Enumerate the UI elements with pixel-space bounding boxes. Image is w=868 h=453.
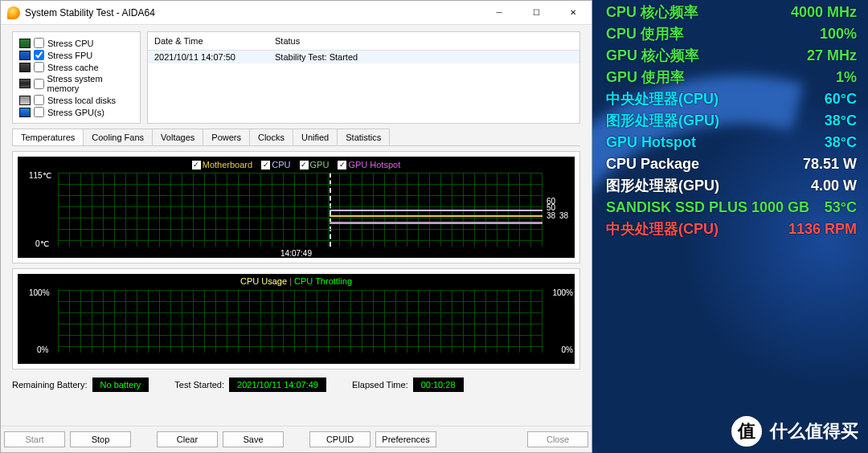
overlay-row: 中央处理器(CPU)60°C (595, 88, 868, 110)
stress-disks-option: Stress local disks (19, 94, 133, 106)
stress-fpu-option: Stress FPU (19, 49, 133, 61)
log-panel: Date & Time Status 2021/10/11 14:07:50 S… (147, 31, 580, 124)
minimize-button[interactable]: ─ (481, 1, 518, 24)
tab-temperatures[interactable]: Temperatures (12, 129, 84, 145)
stress-memory-checkbox[interactable] (34, 79, 44, 89)
overlay-value: 4000 MHz (791, 2, 857, 22)
overlay-label: GPU Hotspot (606, 133, 696, 153)
close-panel-button[interactable]: Close (527, 431, 588, 447)
app-icon (7, 6, 20, 19)
overlay-value: 38°C (825, 133, 857, 153)
aida64-window: System Stability Test - AIDA64 ─ ☐ ✕ Str… (0, 0, 592, 453)
overlay-value: 100% (820, 24, 857, 44)
overlay-row: GPU 核心频率27 MHz (595, 45, 868, 67)
overlay-row: 图形处理器(GPU)4.00 W (595, 175, 868, 197)
overlay-label: 图形处理器(GPU) (606, 111, 719, 131)
stress-cpu-checkbox[interactable] (34, 38, 44, 48)
tab-clocks[interactable]: Clocks (249, 129, 293, 145)
save-button[interactable]: Save (223, 431, 284, 447)
overlay-label: SANDISK SSD PLUS 1000 GB (606, 198, 809, 218)
overlay-value: 38°C (825, 111, 857, 131)
watermark-text: 什么值得买 (770, 419, 858, 443)
temperature-graph: ✓Motherboard ✓CPU ✓GPU ✓GPU Hotspot 115℃… (18, 157, 575, 258)
overlay-row: CPU Package78.51 W (595, 153, 868, 175)
close-button[interactable]: ✕ (555, 1, 592, 24)
overlay-row: CPU 核心频率4000 MHz (595, 2, 868, 23)
overlay-label: 中央处理器(CPU) (606, 89, 719, 109)
overlay-value: 1136 RPM (788, 219, 857, 239)
stress-gpu-checkbox[interactable] (34, 107, 44, 117)
stress-gpu-option: Stress GPU(s) (19, 106, 133, 118)
window-title: System Stability Test - AIDA64 (25, 7, 481, 18)
overlay-value: 60°C (825, 89, 857, 109)
tab-cooling-fans[interactable]: Cooling Fans (83, 129, 153, 145)
overlay-value: 1% (836, 67, 857, 88)
watermark: 值 什么值得买 (731, 416, 858, 447)
tab-statistics[interactable]: Statistics (337, 129, 390, 145)
overlay-value: 4.00 W (811, 176, 857, 196)
preferences-button[interactable]: Preferences (375, 431, 436, 447)
tab-voltages[interactable]: Voltages (152, 129, 203, 145)
maximize-button[interactable]: ☐ (518, 1, 555, 24)
overlay-row: SANDISK SSD PLUS 1000 GB53°C (595, 197, 868, 218)
stress-disks-checkbox[interactable] (34, 95, 44, 105)
overlay-row: 图形处理器(GPU)38°C (595, 110, 868, 132)
battery-status: No battery (92, 378, 149, 392)
overlay-value: 78.51 W (803, 154, 857, 174)
stress-cache-option: Stress cache (19, 61, 133, 73)
log-row[interactable]: 2021/10/11 14:07:50 Stability Test: Star… (148, 51, 579, 63)
checkbox-icon[interactable]: ✓ (192, 161, 201, 169)
button-bar: Start Stop Clear Save CPUID Preferences … (1, 426, 592, 452)
fpu-icon (19, 51, 31, 60)
overlay-label: CPU 使用率 (606, 24, 684, 44)
overlay-label: CPU 核心频率 (606, 2, 698, 22)
temp-legend: ✓Motherboard ✓CPU ✓GPU ✓GPU Hotspot (18, 159, 575, 169)
usage-graph: CPU Usage | CPU Throttling 100% 0% 100% … (18, 274, 575, 364)
cpu-icon (19, 39, 31, 48)
titlebar[interactable]: System Stability Test - AIDA64 ─ ☐ ✕ (1, 1, 592, 25)
overlay-row: GPU 使用率1% (595, 67, 868, 88)
cache-icon (19, 63, 31, 72)
tab-powers[interactable]: Powers (203, 129, 250, 145)
overlay-label: 中央处理器(CPU) (606, 219, 719, 239)
stop-button[interactable]: Stop (70, 431, 131, 447)
checkbox-icon[interactable]: ✓ (338, 161, 346, 169)
cpuid-button[interactable]: CPUID (309, 431, 371, 447)
start-button[interactable]: Start (4, 431, 65, 447)
overlay-row: CPU 使用率100% (595, 23, 868, 45)
tab-unified[interactable]: Unified (293, 129, 338, 145)
elapsed-time: 00:10:28 (413, 378, 464, 392)
overlay-row: GPU Hotspot38°C (595, 132, 868, 153)
overlay-row: 中央处理器(CPU)1136 RPM (595, 218, 868, 240)
disk-icon (19, 96, 31, 105)
log-header-status[interactable]: Status (268, 32, 306, 50)
checkbox-icon[interactable]: ✓ (300, 161, 309, 169)
overlay-value: 27 MHz (807, 46, 857, 66)
log-header-datetime[interactable]: Date & Time (148, 32, 268, 50)
stress-fpu-checkbox[interactable] (34, 50, 44, 60)
graph-tabs: Temperatures Cooling Fans Voltages Power… (12, 129, 580, 146)
memory-icon (19, 79, 31, 88)
usage-legend: CPU Usage | CPU Throttling (18, 276, 575, 286)
overlay-label: GPU 核心频率 (606, 46, 699, 66)
overlay-label: CPU Package (606, 154, 699, 174)
sensor-overlay: CPU 核心频率4000 MHzCPU 使用率100%GPU 核心频率27 MH… (595, 0, 868, 242)
status-bar: Remaining Battery: No battery Test Start… (12, 374, 580, 395)
stress-options-panel: Stress CPU Stress FPU Stress cache Stres… (12, 31, 141, 124)
overlay-label: GPU 使用率 (606, 67, 685, 88)
checkbox-icon[interactable]: ✓ (261, 161, 270, 169)
gpu-icon (19, 108, 31, 117)
overlay-label: 图形处理器(GPU) (606, 176, 719, 196)
stress-memory-option: Stress system memory (19, 73, 133, 94)
watermark-badge-icon: 值 (731, 416, 762, 447)
stress-cache-checkbox[interactable] (34, 62, 44, 72)
overlay-value: 53°C (825, 198, 857, 218)
test-started: 2021/10/11 14:07:49 (229, 378, 326, 392)
clear-button[interactable]: Clear (157, 431, 218, 447)
stress-cpu-option: Stress CPU (19, 37, 133, 49)
